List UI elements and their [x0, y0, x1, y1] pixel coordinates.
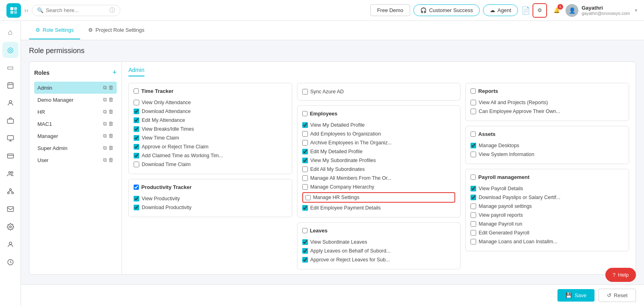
copy-role-manager[interactable]: ⧉	[103, 133, 107, 139]
view-only-attendance-checkbox[interactable]	[134, 100, 139, 105]
sidebar-item-group[interactable]	[2, 166, 19, 182]
add-claimed-time-checkbox[interactable]	[134, 153, 139, 158]
download-time-claim-checkbox[interactable]	[134, 162, 139, 167]
sidebar-item-analytics[interactable]: ◎	[2, 42, 19, 58]
download-productivity-checkbox[interactable]	[134, 205, 139, 210]
role-item-user[interactable]: User ⧉ 🗑	[34, 154, 117, 166]
copy-role-super-admin[interactable]: ⧉	[103, 145, 107, 151]
notification-bell[interactable]: 🔔 5	[549, 3, 564, 18]
roles-header: Roles +	[34, 67, 117, 78]
user-menu[interactable]: 👤 Gayathri gayathri@snovasys.com ▾	[566, 4, 638, 17]
settings-icon-btn[interactable]: ⚙	[533, 3, 547, 18]
manage-hr-settings-checkbox[interactable]	[305, 195, 311, 200]
view-time-claim-checkbox[interactable]	[134, 135, 139, 141]
download-payslips-checkbox[interactable]	[471, 195, 476, 200]
customer-success-button[interactable]: 🎧 Customer Success	[413, 4, 480, 16]
add-role-button[interactable]: +	[112, 68, 117, 77]
perm-group-leaves: Leaves View Subordinate Leaves Apply Lea…	[297, 222, 461, 269]
sidebar-item-calendar[interactable]	[2, 77, 19, 93]
manage-loans-checkbox[interactable]	[471, 239, 476, 244]
tab-role-settings[interactable]: ⚙ Role Settings	[29, 21, 80, 39]
edit-generated-payroll-checkbox[interactable]	[471, 230, 476, 236]
edit-payment-details-checkbox[interactable]	[302, 205, 308, 211]
leaves-group-checkbox[interactable]	[302, 228, 308, 233]
view-detailed-profile-checkbox[interactable]	[302, 122, 308, 128]
sidebar-item-team[interactable]	[2, 183, 19, 199]
productivity-tracker-group-checkbox[interactable]	[134, 185, 139, 190]
delete-role-manager[interactable]: 🗑	[108, 133, 114, 139]
delete-role-super-admin[interactable]: 🗑	[108, 145, 114, 151]
role-item-manager[interactable]: Manager ⧉ 🗑	[34, 130, 117, 142]
employees-group-checkbox[interactable]	[302, 111, 308, 116]
delete-role-user[interactable]: 🗑	[108, 157, 114, 163]
sidebar-item-card[interactable]	[2, 148, 19, 164]
sidebar-item-settings[interactable]	[2, 219, 19, 235]
view-subordinate-profiles-checkbox[interactable]	[302, 158, 308, 163]
view-all-projects-reports-checkbox[interactable]	[471, 100, 476, 105]
delete-role-mac1[interactable]: 🗑	[108, 121, 114, 127]
role-item-demo-manager[interactable]: Demo Manager ⧉ 🗑	[34, 94, 117, 106]
employees-title: Employees	[310, 111, 338, 117]
sidebar-item-clock[interactable]	[2, 254, 19, 270]
search-input[interactable]	[46, 7, 107, 13]
view-breaks-checkbox[interactable]	[134, 126, 139, 132]
copy-role-user[interactable]: ⧉	[103, 157, 107, 163]
edit-all-subordinates-checkbox[interactable]	[302, 166, 308, 172]
copy-role-demo-manager[interactable]: ⧉	[103, 97, 107, 103]
approve-reject-leaves-checkbox[interactable]	[302, 257, 308, 263]
sidebar-item-monitor[interactable]	[2, 130, 19, 146]
manage-payroll-settings-checkbox[interactable]	[471, 203, 476, 209]
manage-payroll-run-checkbox[interactable]	[471, 221, 476, 227]
view-system-info-checkbox[interactable]	[471, 152, 476, 157]
sidebar-item-mail[interactable]	[2, 201, 19, 217]
copy-role-mac1[interactable]: ⧉	[103, 121, 107, 127]
svg-point-24	[9, 242, 12, 244]
role-item-super-admin[interactable]: Super Admin ⧉ 🗑	[34, 142, 117, 154]
leaves-title: Leaves	[310, 228, 328, 234]
agent-button[interactable]: ☁ Agent	[483, 4, 518, 16]
sidebar-item-tv[interactable]: ▭	[2, 60, 19, 76]
sidebar-item-home[interactable]: ⌂	[2, 24, 19, 40]
can-employee-approve-checkbox[interactable]	[471, 109, 476, 114]
role-item-mac1[interactable]: MAC1 ⧉ 🗑	[34, 118, 117, 130]
manage-all-members-checkbox[interactable]	[302, 175, 308, 181]
manage-desktops-checkbox[interactable]	[471, 143, 476, 148]
free-demo-button[interactable]: Free Demo	[370, 4, 410, 16]
help-button[interactable]: ? Help	[605, 268, 636, 281]
role-label-demo-manager: Demo Manager	[37, 97, 74, 103]
add-employees-checkbox[interactable]	[302, 131, 308, 137]
assets-group-checkbox[interactable]	[471, 131, 476, 137]
copy-role-hr[interactable]: ⧉	[103, 109, 107, 115]
view-payroll-details-checkbox[interactable]	[471, 186, 476, 191]
download-attendance-checkbox[interactable]	[134, 109, 139, 114]
perm-group-reports: Reports View All and Projects (Reports) …	[465, 83, 629, 121]
role-label-admin: Admin	[37, 85, 52, 91]
view-subordinate-leaves-checkbox[interactable]	[302, 239, 308, 245]
apply-leaves-behalf-checkbox[interactable]	[302, 248, 308, 254]
view-productivity-checkbox[interactable]	[134, 196, 139, 201]
sidebar-item-briefcase[interactable]	[2, 113, 19, 129]
role-item-hr[interactable]: HR ⧉ 🗑	[34, 106, 117, 118]
view-payroll-reports-checkbox[interactable]	[471, 212, 476, 218]
tab-project-role-settings[interactable]: ⚙ Project Role Settings	[82, 21, 151, 39]
sidebar-item-person[interactable]	[2, 95, 19, 111]
manage-company-hierarchy-checkbox[interactable]	[302, 184, 308, 190]
sidebar-item-user2[interactable]	[2, 236, 19, 253]
delete-role-admin[interactable]: 🗑	[108, 84, 114, 91]
document-icon[interactable]: 📄	[521, 6, 530, 15]
reports-group-checkbox[interactable]	[471, 88, 476, 94]
role-item-admin[interactable]: Admin ⧉ 🗑	[34, 82, 117, 94]
time-tracker-group-checkbox[interactable]	[134, 88, 139, 94]
sync-azure-ad-checkbox[interactable]	[302, 89, 308, 94]
expand-icon[interactable]: ››	[24, 7, 29, 14]
delete-role-demo-manager[interactable]: 🗑	[108, 97, 114, 103]
perm-view-system-info: View System Information	[471, 150, 624, 159]
edit-my-attendance-checkbox[interactable]	[134, 117, 139, 123]
approve-reject-time-claim-checkbox[interactable]	[134, 144, 139, 150]
copy-role-admin[interactable]: ⧉	[103, 84, 107, 91]
edit-detailed-profile-checkbox[interactable]	[302, 149, 308, 154]
archive-employees-checkbox[interactable]	[302, 140, 308, 146]
delete-role-hr[interactable]: 🗑	[108, 109, 114, 115]
payroll-group-checkbox[interactable]	[471, 175, 476, 180]
svg-rect-2	[10, 10, 14, 14]
